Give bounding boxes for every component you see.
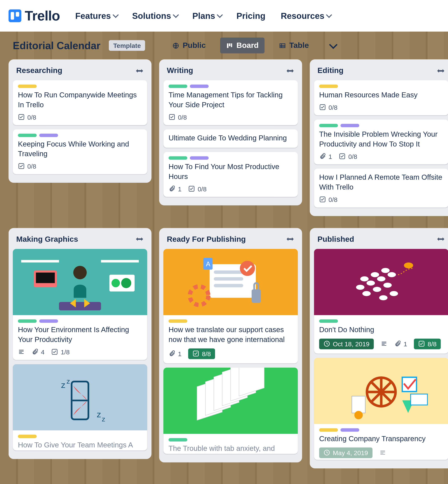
collapse-list-icon[interactable] (437, 68, 445, 74)
svg-text:z: z (102, 415, 105, 423)
checklist-badge: 0/8 (319, 104, 337, 111)
svg-rect-2 (229, 43, 231, 46)
checklist-icon (319, 196, 326, 203)
collapse-list-icon[interactable] (135, 68, 144, 74)
list-title[interactable]: Published (317, 235, 354, 244)
card[interactable]: The Invisible Problem Wrecking Your Prod… (314, 120, 448, 164)
description-icon (381, 340, 387, 347)
card[interactable]: How To Find Your Most Productive Hours 1… (163, 152, 298, 197)
globe-icon (172, 42, 179, 49)
list-title[interactable]: Researching (16, 66, 62, 75)
svg-point-52 (373, 287, 381, 292)
description-icon (18, 348, 25, 355)
attachment-icon (168, 185, 175, 192)
list-published: Published (310, 228, 448, 468)
visibility-public[interactable]: Public (167, 38, 212, 53)
nav-features[interactable]: Features (75, 11, 117, 21)
attachment-badge: 1 (168, 350, 181, 357)
svg-text:z: z (61, 380, 65, 389)
svg-text:A: A (206, 260, 210, 268)
svg-point-49 (377, 276, 385, 281)
svg-point-48 (367, 280, 375, 286)
board-header: Editorial Calendar Template Public Board… (0, 32, 448, 59)
list-title[interactable]: Writing (167, 66, 193, 75)
card[interactable]: Don't Do Nothing Oct 18, 2019 1 (314, 249, 448, 353)
card[interactable]: The Trouble with tab anxiety, and (163, 368, 298, 454)
lists-row-1: Researching How To Run Companywide Meeti… (0, 59, 448, 226)
card[interactable]: How Your Environment Is Affecting Your P… (13, 249, 147, 360)
svg-point-44 (360, 276, 369, 281)
card-title: How To Run Companywide Meetings In Trell… (18, 90, 142, 110)
card[interactable]: How I Planned A Remote Team Offsite With… (314, 169, 448, 207)
list-title[interactable]: Editing (317, 66, 343, 75)
checklist-badge: 0/8 (339, 153, 357, 160)
nav-pricing[interactable]: Pricing (237, 11, 265, 21)
nav-resources[interactable]: Resources (281, 11, 330, 21)
svg-point-19 (112, 279, 120, 287)
nav-plans[interactable]: Plans (192, 11, 221, 21)
svg-point-55 (390, 291, 398, 296)
card[interactable]: How To Run Companywide Meetings In Trell… (13, 80, 147, 125)
checklist-icon (188, 185, 195, 192)
label-yellow (168, 319, 187, 323)
list-writing: Writing Time Management Tips for Tacklin… (159, 59, 302, 205)
brand-name: Trello (25, 8, 60, 24)
attachment-badge: 1 (168, 185, 181, 192)
card[interactable]: z z z z How To Give Your Team Meetings A (13, 364, 147, 450)
collapse-list-icon[interactable] (286, 236, 295, 242)
attachment-badge: 4 (32, 348, 44, 355)
site-navbar: Trello Features Solutions Plans Pricing … (0, 0, 448, 32)
card[interactable]: Ultimate Guide To Wedding Planning (163, 129, 298, 148)
label-purple (39, 319, 58, 323)
card[interactable]: Human Resources Made Easy 0/8 (314, 80, 448, 115)
trello-logo[interactable]: Trello (8, 8, 60, 24)
label-purple (190, 156, 209, 160)
card-title: How Your Environment Is Affecting Your P… (18, 325, 142, 345)
checklist-badge: 1/8 (51, 348, 70, 355)
checklist-badge: 0/8 (188, 185, 207, 192)
attachment-badge: 1 (319, 153, 332, 160)
svg-rect-63 (411, 394, 427, 405)
clock-icon (323, 340, 330, 347)
card[interactable]: Keeping Focus While Working and Travelin… (13, 129, 147, 174)
collapse-list-icon[interactable] (135, 236, 144, 242)
attachment-icon (168, 350, 175, 357)
checklist-icon (18, 163, 25, 170)
svg-point-53 (383, 282, 392, 287)
checklist-icon (51, 348, 58, 355)
svg-rect-61 (352, 396, 365, 413)
card[interactable]: Creating Company Transparency May 4, 201… (314, 358, 448, 459)
list-title[interactable]: Ready For Publishing (167, 235, 246, 244)
svg-rect-43 (239, 368, 264, 396)
label-green (18, 319, 37, 323)
list-title[interactable]: Making Graphics (16, 235, 78, 244)
card-title: How I Planned A Remote Team Offsite With… (319, 173, 443, 192)
label-yellow (18, 84, 37, 88)
card[interactable]: Time Management Tips for Tackling Your S… (163, 80, 298, 125)
description-badge (18, 348, 25, 355)
card[interactable]: A How we translate our support cases now… (163, 249, 298, 363)
svg-rect-1 (227, 43, 228, 48)
collapse-list-icon[interactable] (286, 68, 295, 74)
card-title: How To Find Your Most Productive Hours (168, 162, 293, 182)
nav-solutions[interactable]: Solutions (132, 11, 177, 21)
board-title: Editorial Calendar (13, 40, 100, 51)
label-purple (340, 124, 359, 127)
card-title: The Trouble with tab anxiety, and (168, 444, 293, 454)
view-more[interactable] (323, 39, 341, 52)
description-badge (379, 449, 386, 456)
svg-point-56 (404, 262, 413, 268)
card-cover-image: z z z z (13, 364, 147, 430)
attachment-icon (32, 348, 38, 355)
card-title: The Invisible Problem Wrecking Your Prod… (319, 130, 443, 149)
checklist-icon (319, 104, 326, 111)
card-title: Don't Do Nothing (319, 325, 443, 335)
view-board[interactable]: Board (220, 38, 265, 53)
label-green (168, 84, 187, 88)
card-title: Creating Company Transparency (319, 434, 443, 444)
checklist-badge: 0/8 (18, 163, 36, 170)
collapse-list-icon[interactable] (437, 236, 445, 242)
svg-point-16 (73, 266, 87, 279)
view-table[interactable]: Table (273, 38, 315, 53)
due-date-badge: May 4, 2019 (319, 447, 372, 458)
